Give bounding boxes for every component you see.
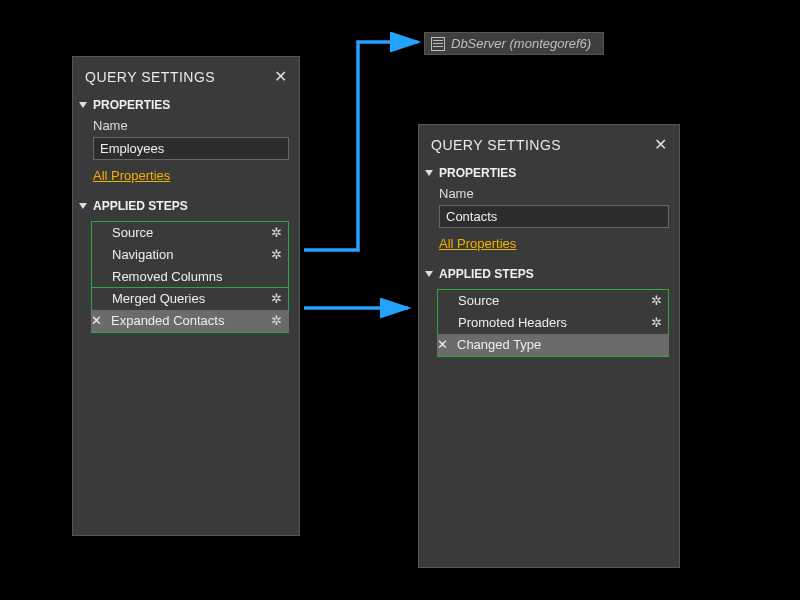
applied-steps-header[interactable]: APPLIED STEPS: [73, 195, 299, 217]
step-navigation[interactable]: Navigation ✲: [92, 244, 288, 266]
query-settings-panel-right: QUERY SETTINGS ✕ PROPERTIES Name All Pro…: [418, 124, 680, 568]
chevron-down-icon: [425, 271, 433, 277]
steps-empty-area: [91, 333, 289, 521]
close-icon[interactable]: ✕: [274, 67, 288, 86]
gear-icon[interactable]: ✲: [271, 313, 282, 328]
database-icon: [431, 37, 445, 51]
all-properties-link[interactable]: All Properties: [73, 164, 170, 189]
properties-header[interactable]: PROPERTIES: [73, 94, 299, 116]
steps-empty-area: [437, 357, 669, 545]
panel-title: QUERY SETTINGS: [85, 69, 215, 85]
step-label: Removed Columns: [112, 269, 282, 284]
step-changed-type[interactable]: ✕ Changed Type: [437, 334, 669, 356]
gear-icon[interactable]: ✲: [651, 315, 662, 330]
name-input[interactable]: [439, 205, 669, 228]
properties-header-label: PROPERTIES: [93, 98, 170, 112]
steps-list: Source ✲ Promoted Headers ✲ ✕ Changed Ty…: [437, 289, 669, 357]
delete-step-icon[interactable]: ✕: [89, 313, 103, 328]
step-label: Promoted Headers: [458, 315, 651, 330]
applied-steps-section: APPLIED STEPS Source ✲ Promoted Headers …: [419, 263, 679, 559]
step-label: Changed Type: [457, 337, 662, 352]
step-label: Expanded Contacts: [111, 313, 271, 328]
close-icon[interactable]: ✕: [654, 135, 668, 154]
applied-steps-header-label: APPLIED STEPS: [439, 267, 534, 281]
chevron-down-icon: [79, 102, 87, 108]
step-label: Source: [458, 293, 651, 308]
steps-list: Source ✲ Navigation ✲ Removed Columns Me…: [91, 221, 289, 333]
name-input[interactable]: [93, 137, 289, 160]
gear-icon[interactable]: ✲: [651, 293, 662, 308]
chevron-down-icon: [79, 203, 87, 209]
step-label: Source: [112, 225, 271, 240]
delete-step-icon[interactable]: ✕: [435, 337, 449, 352]
all-properties-link[interactable]: All Properties: [419, 232, 516, 257]
step-label: Navigation: [112, 247, 271, 262]
gear-icon[interactable]: ✲: [271, 247, 282, 262]
properties-header[interactable]: PROPERTIES: [419, 162, 679, 184]
panel-title: QUERY SETTINGS: [431, 137, 561, 153]
applied-steps-header-label: APPLIED STEPS: [93, 199, 188, 213]
chevron-down-icon: [425, 170, 433, 176]
step-merged-queries[interactable]: Merged Queries ✲: [92, 288, 288, 310]
dbserver-pill[interactable]: DbServer (montegoref6): [424, 32, 604, 55]
name-label: Name: [419, 184, 679, 203]
panel-title-bar: QUERY SETTINGS ✕: [73, 57, 299, 94]
applied-steps-section: APPLIED STEPS Source ✲ Navigation ✲ Remo…: [73, 195, 299, 535]
properties-section: PROPERTIES Name All Properties: [419, 162, 679, 263]
properties-header-label: PROPERTIES: [439, 166, 516, 180]
step-source[interactable]: Source ✲: [92, 222, 288, 244]
properties-section: PROPERTIES Name All Properties: [73, 94, 299, 195]
dbserver-label: DbServer (montegoref6): [451, 36, 591, 51]
arrow-source-to-dbserver: [300, 34, 430, 264]
step-source[interactable]: Source ✲: [438, 290, 668, 312]
step-expanded-contacts[interactable]: ✕ Expanded Contacts ✲: [91, 310, 289, 332]
query-settings-panel-left: QUERY SETTINGS ✕ PROPERTIES Name All Pro…: [72, 56, 300, 536]
panel-title-bar: QUERY SETTINGS ✕: [419, 125, 679, 162]
applied-steps-header[interactable]: APPLIED STEPS: [419, 263, 679, 285]
arrow-merged-to-contacts: [300, 294, 420, 334]
step-promoted-headers[interactable]: Promoted Headers ✲: [438, 312, 668, 334]
step-removed-columns[interactable]: Removed Columns: [92, 266, 288, 288]
gear-icon[interactable]: ✲: [271, 225, 282, 240]
step-label: Merged Queries: [112, 291, 271, 306]
name-label: Name: [73, 116, 299, 135]
gear-icon[interactable]: ✲: [271, 291, 282, 306]
